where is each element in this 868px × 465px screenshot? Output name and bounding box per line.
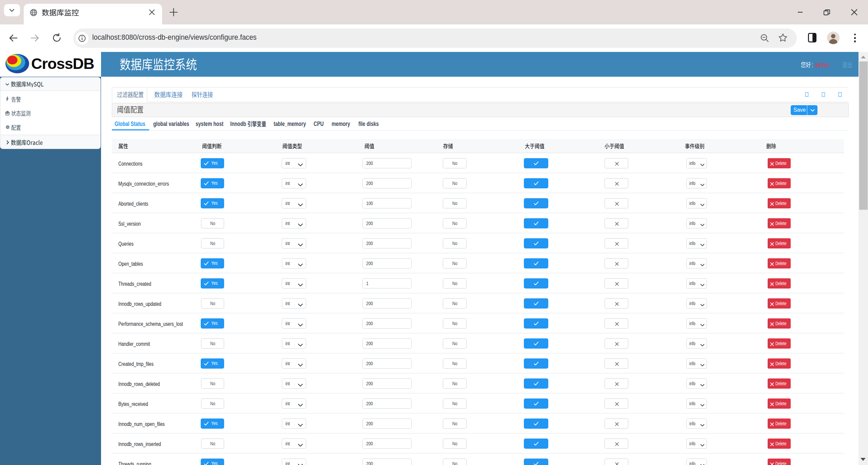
svg-text:CrossDB: CrossDB (31, 55, 94, 72)
